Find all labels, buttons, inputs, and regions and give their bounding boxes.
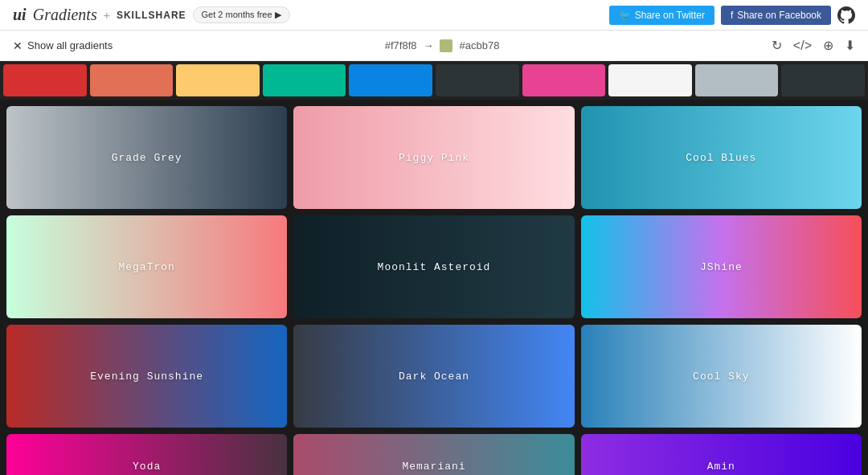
palette-color-light-gray[interactable] <box>608 64 692 96</box>
palette-color-dark[interactable] <box>781 64 865 96</box>
download-icon[interactable]: ⬇ <box>845 38 855 53</box>
palette-color-orange[interactable] <box>90 64 174 96</box>
github-icon[interactable] <box>837 6 855 24</box>
close-icon: ✕ <box>13 39 23 52</box>
add-icon[interactable]: ⊕ <box>823 38 833 53</box>
header: uiGradients + SKILLSHARE Get 2 months fr… <box>0 0 868 31</box>
gradient-card-grade-grey[interactable]: Grade Grey <box>6 106 287 209</box>
gradient-card-cool-blues[interactable]: Cool Blues <box>581 106 862 209</box>
palette-strip <box>0 61 868 100</box>
toolbar: ✕ Show all gradients #f7f8f8 → #acbb78 ↻… <box>0 31 868 61</box>
gradient-card-piggy-pink[interactable]: Piggy Pink <box>293 106 574 209</box>
color-from-value: #f7f8f8 <box>385 39 417 51</box>
palette-color-dark-blue[interactable] <box>436 64 519 96</box>
gradient-label-moonlit-asteroid: Moonlit Asteroid <box>378 261 491 273</box>
color-swatch <box>440 39 452 52</box>
skillshare-cta-button[interactable]: Get 2 months free ▶ <box>193 6 290 23</box>
share-twitter-button[interactable]: 🐦 Share on Twitter <box>609 6 714 25</box>
palette-color-blue[interactable] <box>349 64 432 96</box>
refresh-icon[interactable]: ↻ <box>772 38 782 53</box>
palette-color-yellow[interactable] <box>176 64 260 96</box>
gradient-card-cool-sky[interactable]: Cool Sky <box>581 325 862 428</box>
gradient-card-megatron[interactable]: MegaTron <box>6 215 287 318</box>
palette-color-red[interactable] <box>3 64 87 96</box>
share-twitter-label: Share on Twitter <box>635 10 705 21</box>
gradient-label-megatron: MegaTron <box>118 261 174 273</box>
skillshare-label: SKILLSHARE <box>117 10 186 21</box>
twitter-icon: 🐦 <box>619 10 631 21</box>
header-right: 🐦 Share on Twitter f Share on Facebook <box>609 6 855 25</box>
gradient-card-moonlit-asteroid[interactable]: Moonlit Asteroid <box>293 215 574 318</box>
show-all-label: Show all gradients <box>27 39 113 51</box>
gradient-card-yoda[interactable]: Yoda <box>6 434 287 475</box>
header-left: uiGradients + SKILLSHARE Get 2 months fr… <box>13 6 290 24</box>
gradient-label-cool-sky: Cool Sky <box>693 371 749 383</box>
gradient-card-amin[interactable]: Amin <box>581 434 862 475</box>
logo-ui: ui <box>13 6 27 24</box>
gradient-card-memariani[interactable]: Memariani <box>293 434 574 475</box>
facebook-icon: f <box>731 10 733 21</box>
toolbar-actions: ↻ </> ⊕ ⬇ <box>772 38 855 53</box>
gradient-label-evening-sunshine: Evening Sunshine <box>90 371 203 383</box>
palette-color-pink[interactable] <box>522 64 606 96</box>
share-facebook-button[interactable]: f Share on Facebook <box>721 6 831 25</box>
palette-color-gray[interactable] <box>695 64 779 96</box>
gradient-label-memariani: Memariani <box>402 461 465 473</box>
gradient-label-yoda: Yoda <box>133 461 161 473</box>
gradient-label-grade-grey: Grade Grey <box>112 152 182 164</box>
code-icon[interactable]: </> <box>793 39 812 53</box>
logo-gradients: Gradients <box>33 6 97 24</box>
plus-divider: + <box>104 9 110 22</box>
gradient-card-jshine[interactable]: JShine <box>581 215 862 318</box>
arrow-icon: → <box>423 39 433 51</box>
color-to-value: #acbb78 <box>459 39 499 51</box>
palette-color-green[interactable] <box>263 64 346 96</box>
color-info: #f7f8f8 → #acbb78 <box>385 39 500 52</box>
gradient-label-jshine: JShine <box>700 261 743 273</box>
share-facebook-label: Share on Facebook <box>737 10 821 21</box>
gradient-label-cool-blues: Cool Blues <box>686 152 756 164</box>
show-all-gradients[interactable]: ✕ Show all gradients <box>13 39 113 52</box>
gradient-label-amin: Amin <box>707 461 735 473</box>
gradient-grid: Grade GreyPiggy PinkCool BluesMegaTronMo… <box>0 100 868 475</box>
gradient-label-piggy-pink: Piggy Pink <box>399 152 469 164</box>
gradient-card-evening-sunshine[interactable]: Evening Sunshine <box>6 325 287 428</box>
gradient-label-dark-ocean: Dark Ocean <box>399 371 469 383</box>
gradient-card-dark-ocean[interactable]: Dark Ocean <box>293 325 574 428</box>
